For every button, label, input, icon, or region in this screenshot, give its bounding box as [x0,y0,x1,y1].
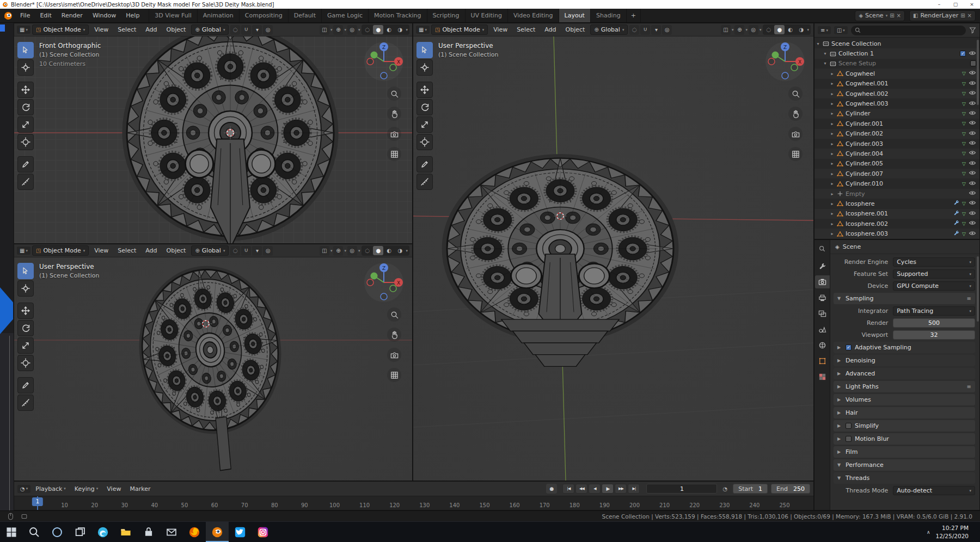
expand-icon[interactable]: ▸ [829,71,836,76]
expand-icon[interactable]: ▸ [829,201,836,206]
panel-advanced[interactable]: ▶Advanced [834,368,975,379]
expand-icon[interactable]: ▾ [822,51,829,56]
viewport-user-perspective-side[interactable]: ▦▾◳Object Mode▾ViewSelectAddObject⊕Globa… [14,244,413,481]
jump-to-end-button[interactable]: ▶| [628,484,640,494]
outliner-row-collection-1[interactable]: ▾Collection 1✓ [814,48,979,58]
panel-film[interactable]: ▶Film [834,446,975,458]
workspace-tab-uv-editing[interactable]: UV Editing [465,9,508,22]
workspace-tab-layout[interactable]: Layout [559,9,591,22]
outliner-row-empty[interactable]: ▸Empty [814,189,979,199]
tray-expand-icon[interactable]: ∧ [927,529,930,535]
panel-checkbox[interactable] [846,423,852,429]
menu-select[interactable]: Select [513,25,539,34]
previous-keyframe-button[interactable]: ◀◀ [575,484,587,494]
shading-rendered-button[interactable]: ◑ [395,25,405,34]
hide-in-viewport-eye-toggle[interactable] [969,219,976,228]
workspace-tab-compositing[interactable]: Compositing [240,9,289,22]
snap-target-icon[interactable]: ▾ [651,25,661,35]
scrollbar[interactable] [977,256,979,322]
tool-rotate-button[interactable] [416,99,433,115]
shading-wireframe-button[interactable]: ◌ [362,246,372,255]
shading-rendered-button[interactable]: ◑ [395,246,405,255]
preview-range-icon[interactable]: ◔ [722,486,727,492]
minimize-button[interactable]: – [931,0,947,9]
menu-render[interactable]: Render [57,9,88,22]
timeline-editor[interactable]: ◔▾Playback▾Keying▾ViewMarker●|◀◀◀◀▶▶▶▶|1… [14,481,814,510]
outliner-row-cylinder-003[interactable]: ▸Cylinder.003▽ [814,139,979,149]
editor-type-dropdown[interactable]: ▦▾ [416,26,430,34]
panel-menu-icon[interactable]: ≡ [967,384,971,390]
shading-solid-button[interactable]: ● [373,246,383,255]
outliner-row-cylinder-007[interactable]: ▸Cylinder.007▽ [814,169,979,178]
xray-toggle-icon[interactable]: ◫ [320,246,329,256]
expand-icon[interactable]: ▸ [829,101,836,106]
menu-select[interactable]: Select [114,25,140,34]
taskbar-edge-icon[interactable] [91,522,114,542]
camera-view-icon[interactable] [788,127,803,141]
taskbar-clock[interactable]: 10:27 PM 12/25/2020 [935,524,969,539]
outliner-row-scene-setup[interactable]: ▾Scene Setup [814,59,979,69]
collection-checkbox[interactable]: ✓ [960,51,966,57]
property-dropdown-render-engine[interactable]: Cycles▾ [893,257,975,267]
tool-select-box-button[interactable] [17,42,34,58]
expand-icon[interactable]: ▸ [829,151,836,156]
panel-sampling[interactable]: ▼Sampling≡ [834,293,975,304]
properties-tab-view-layer[interactable] [815,307,830,320]
hide-in-viewport-eye-toggle[interactable] [969,159,976,168]
hide-in-viewport-eye-toggle[interactable] [969,50,976,58]
hide-in-viewport-eye-toggle[interactable] [969,89,976,98]
navigation-gizmo[interactable]: ZX [763,40,807,83]
proportional-edit-icon[interactable]: ◎ [263,246,273,256]
panel-volumes[interactable]: ▶Volumes [834,394,975,405]
maximize-button[interactable]: ▢ [947,0,964,9]
tool-measure-button[interactable] [17,174,34,190]
property-dropdown-device[interactable]: GPU Compute▾ [893,281,975,291]
properties-tab-texture[interactable] [815,370,830,383]
hide-in-viewport-eye-toggle[interactable] [969,119,976,128]
hide-in-viewport-eye-toggle[interactable] [969,149,976,158]
menu-view[interactable]: View [90,25,112,34]
hide-in-viewport-eye-toggle[interactable] [969,100,976,108]
collection-checkbox[interactable] [970,60,976,66]
viewport-canvas-persp[interactable]: User Perspective(1) Scene CollectionZX [413,36,813,481]
workspace-tab-scripting[interactable]: Scripting [427,9,465,22]
timeline-ruler[interactable]: 1020304050607080901001101201301401501601… [14,496,813,510]
expand-icon[interactable]: ▸ [829,111,836,116]
outliner-row-icosphere-001[interactable]: ▸Icosphere.001▽ [814,209,979,219]
outliner-row-cogwheel-003[interactable]: ▸Cogwheel.003▽ [814,98,979,108]
orientation-dropdown[interactable]: ⊕Global▾ [191,24,229,35]
play-reverse-button[interactable]: ◀ [589,484,601,494]
close-button[interactable]: × [964,0,980,9]
shading-material-preview-button[interactable]: ◐ [384,25,394,34]
properties-tab-object[interactable] [815,354,830,367]
snap-magnet-icon[interactable]: ∩ [241,25,251,35]
shading-rendered-button[interactable]: ◑ [796,25,806,34]
tool-select-box-button[interactable] [416,42,433,58]
tool-select-box-button[interactable] [17,263,34,279]
expand-icon[interactable]: ▸ [829,221,836,226]
property-number-render[interactable]: 500 [893,318,975,328]
shading-material-preview-button[interactable]: ◐ [384,246,394,255]
tool-move-button[interactable] [17,82,34,98]
outliner-row-scene-collection[interactable]: ▾Scene Collection [814,39,979,48]
hide-in-viewport-eye-toggle[interactable] [969,180,976,188]
show-overlays-icon[interactable]: ◎ [749,25,758,35]
panel-performance[interactable]: ▼Performance [834,459,975,471]
frame-start-field[interactable]: Start1 [733,484,768,494]
panel-threads[interactable]: ▼Threads [834,472,975,484]
current-frame-field[interactable]: 1 [646,484,717,494]
hide-in-viewport-eye-toggle[interactable] [969,210,976,218]
outliner-row-cylinder-001[interactable]: ▸Cylinder.001▽ [814,119,979,128]
tool-annotate-button[interactable] [17,377,34,393]
hide-in-viewport-eye-toggle[interactable] [969,230,976,238]
tool-scale-button[interactable] [17,116,34,133]
pan-hand-icon[interactable] [387,107,401,121]
outliner-row-icosphere-003[interactable]: ▸Icosphere.003▽ [814,229,979,238]
workspace-tab-motion-tracking[interactable]: Motion Tracking [369,9,427,22]
taskbar-mail-icon[interactable] [160,522,183,542]
expand-icon[interactable]: ▸ [829,161,836,166]
menu-view[interactable]: View [103,484,125,494]
hide-in-viewport-eye-toggle[interactable] [969,69,976,78]
expand-icon[interactable]: ▸ [829,171,836,176]
view-layer-selector[interactable]: ◧ RenderLayer ⊞ × [909,10,976,21]
